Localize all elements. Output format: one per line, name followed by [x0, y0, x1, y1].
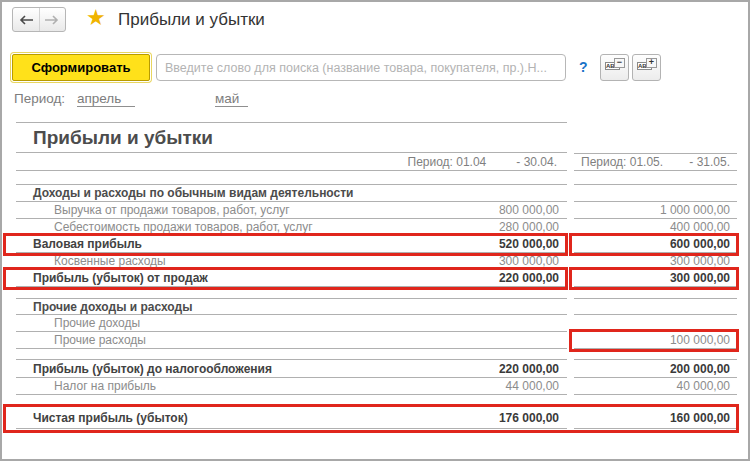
app-window: ★ Прибыли и убытки Сформировать ? ABC − …	[0, 0, 750, 461]
row-label[interactable]: Прибыль (убыток) от продаж	[16, 271, 208, 285]
value-period2[interactable]: 600 000,00	[670, 237, 730, 251]
value-period1[interactable]: 280 000,00	[499, 220, 567, 234]
report-spacer-row	[16, 349, 737, 360]
arrow-right-icon	[44, 15, 60, 25]
back-button[interactable]	[13, 8, 39, 31]
report-title: Прибыли и убытки	[16, 127, 213, 149]
forward-button[interactable]	[39, 8, 66, 31]
report-row: Себестоимость продажи товаров, работ, ус…	[16, 219, 737, 236]
value-period2[interactable]: 100 000,00	[670, 333, 730, 347]
report-row: Доходы и расходы по обычным видам деятел…	[16, 185, 737, 202]
report-row: Чистая прибыль (убыток)176 000,00160 000…	[16, 408, 737, 429]
help-icon[interactable]: ?	[579, 59, 588, 75]
favorite-star-icon[interactable]: ★	[86, 5, 106, 30]
period-bar: Период: апрель май	[14, 91, 135, 107]
row-label[interactable]: Чистая прибыль (убыток)	[16, 411, 188, 425]
report-row: Прибыль (убыток) до налогообложения220 0…	[16, 360, 737, 378]
report-row: Валовая прибыль520 000,00600 000,00	[16, 236, 737, 253]
row-label[interactable]: Себестоимость продажи товаров, работ, ус…	[16, 220, 313, 234]
row-label[interactable]: Прибыль (убыток) до налогообложения	[16, 362, 272, 376]
report-rows: Прибыли и убытки Период: 01.04 - 30.04. …	[16, 122, 737, 429]
page-title: Прибыли и убытки	[118, 10, 265, 30]
value-period1[interactable]: 800 000,00	[499, 203, 567, 217]
value-period2[interactable]: 400 000,00	[670, 220, 730, 234]
period-link-may[interactable]: май	[215, 91, 248, 107]
period-label: Период:	[14, 91, 65, 106]
row-label[interactable]: Прочие доходы	[16, 316, 140, 330]
row-label[interactable]: Выручка от продажи товаров, работ, услуг	[16, 203, 290, 217]
value-period1[interactable]: 220 000,00	[499, 362, 567, 376]
report-row: Прочие доходы и расходы	[16, 299, 737, 315]
value-period2[interactable]: 300 000,00	[670, 254, 730, 268]
report-title-row: Прибыли и убытки	[16, 122, 737, 153]
report-column-headers: Период: 01.04 - 30.04. Период: 01.05. - …	[16, 153, 737, 171]
arrow-left-icon	[18, 15, 34, 25]
value-period2[interactable]: 1 000 000,00	[660, 203, 730, 217]
report-row: Косвенные расходы300 000,00300 000,00	[16, 253, 737, 270]
period1-from: Период: 01.04	[408, 155, 487, 169]
row-label[interactable]: Доходы и расходы по обычным видам деятел…	[16, 186, 353, 200]
value-period1[interactable]: 300 000,00	[499, 254, 567, 268]
generate-report-button[interactable]: Сформировать	[12, 54, 150, 81]
row-label[interactable]: Косвенные расходы	[16, 254, 166, 268]
plus-badge-icon: +	[646, 58, 657, 68]
report-row: Прочие расходы100 000,00	[16, 332, 737, 349]
report-spacer-row	[16, 395, 737, 408]
period2-from: Период: 01.05.	[581, 155, 663, 169]
value-period2[interactable]: 300 000,00	[670, 271, 730, 285]
row-label[interactable]: Прочие расходы	[16, 333, 146, 347]
value-period1[interactable]: 220 000,00	[499, 271, 567, 285]
row-label[interactable]: Валовая прибыль	[16, 237, 142, 251]
value-period2[interactable]: 200 000,00	[670, 362, 730, 376]
period1-to: - 30.04.	[516, 155, 557, 169]
minus-badge-icon: −	[614, 58, 625, 68]
period-link-april[interactable]: апрель	[77, 91, 135, 107]
value-period2[interactable]: 40 000,00	[677, 379, 730, 393]
report-row: Выручка от продажи товаров, работ, услуг…	[16, 202, 737, 219]
row-label[interactable]: Прочие доходы и расходы	[16, 300, 192, 314]
font-decrease-button[interactable]: ABC −	[600, 54, 629, 81]
report-spacer-row	[16, 287, 737, 299]
report-spacer-row	[16, 171, 737, 185]
font-increase-button[interactable]: ABC +	[632, 54, 661, 81]
period2-to: - 31.05.	[689, 155, 730, 169]
nav-buttons	[12, 7, 66, 32]
report-row: Прочие доходы	[16, 315, 737, 332]
search-input[interactable]	[156, 54, 566, 81]
value-period1[interactable]: 520 000,00	[499, 237, 567, 251]
value-period2[interactable]: 160 000,00	[670, 411, 730, 425]
row-label[interactable]: Налог на прибыль	[16, 379, 156, 393]
font-size-buttons: ABC − ABC +	[600, 54, 661, 81]
value-period1[interactable]: 176 000,00	[499, 411, 567, 425]
report-row: Налог на прибыль44 000,0040 000,00	[16, 378, 737, 395]
report-row: Прибыль (убыток) от продаж220 000,00300 …	[16, 270, 737, 287]
value-period1[interactable]: 44 000,00	[506, 379, 567, 393]
